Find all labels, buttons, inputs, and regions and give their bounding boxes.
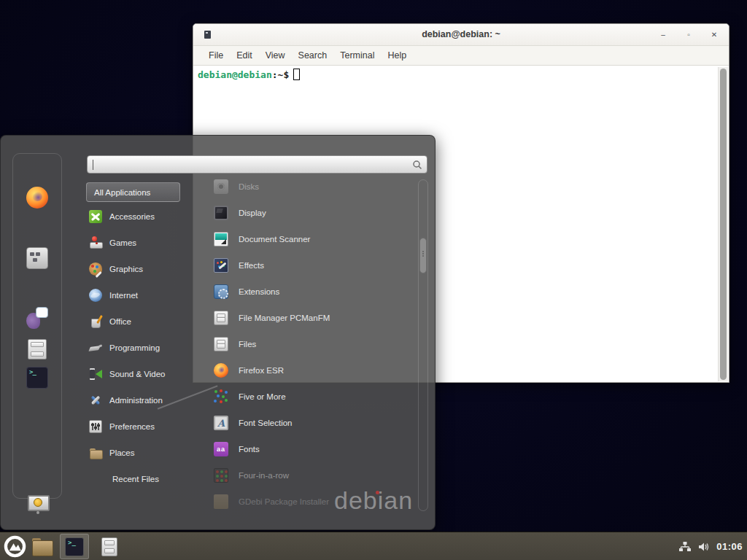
- app-item-disks[interactable]: Disks: [208, 174, 418, 200]
- accessories-icon: [89, 210, 102, 223]
- app-item-label: Four-in-a-row: [239, 471, 289, 480]
- volume-icon[interactable]: [697, 541, 711, 553]
- file-cabinet-taskbar-button[interactable]: [97, 532, 122, 560]
- extensions-icon: [214, 284, 228, 299]
- software-favorite-icon[interactable]: [26, 247, 48, 269]
- category-preferences[interactable]: Preferences: [86, 413, 203, 440]
- menu-scrollbar[interactable]: [418, 179, 428, 511]
- prompt-path: :~$: [272, 69, 289, 80]
- system-tray: 01:06: [678, 532, 747, 560]
- network-icon[interactable]: [678, 541, 692, 553]
- terminal-cursor: [293, 69, 300, 80]
- app-item-label: File Manager PCManFM: [239, 314, 330, 322]
- terminal-scrollbar[interactable]: [718, 67, 728, 381]
- app-item-label: GDebi Package Installer: [239, 497, 329, 506]
- firefox-favorite-icon[interactable]: [26, 187, 48, 209]
- menu-scrollbar-thumb[interactable]: [419, 238, 427, 273]
- menu-terminal[interactable]: Terminal: [333, 47, 381, 63]
- menu-help[interactable]: Help: [381, 47, 413, 63]
- category-label: Programming: [109, 343, 160, 352]
- category-list: Accessories Games Graphics Internet Offi…: [86, 203, 203, 492]
- file-cabinet-icon: [101, 537, 117, 556]
- places-folder-icon: [89, 446, 102, 459]
- file-manager-favorite-icon[interactable]: [28, 339, 47, 359]
- app-item-extensions[interactable]: Extensions: [208, 279, 418, 305]
- search-input[interactable]: [88, 156, 427, 173]
- app-item-label: Disks: [239, 182, 259, 191]
- app-item-five-or-more[interactable]: Five or More: [208, 384, 418, 410]
- app-item-four-in-a-row[interactable]: Four-in-a-row: [208, 462, 418, 489]
- graphics-icon: [89, 262, 102, 276]
- category-recent-files[interactable]: Recent Files: [86, 466, 203, 492]
- category-internet[interactable]: Internet: [86, 282, 203, 308]
- app-item-label: Fonts: [239, 445, 260, 454]
- app-item-file-manager-pcmanfm[interactable]: File Manager PCManFM: [208, 305, 418, 331]
- office-icon: [89, 315, 102, 328]
- category-games[interactable]: Games: [86, 230, 203, 256]
- sound-video-icon: [89, 368, 102, 381]
- shell-prompt: debian@debian:~$: [198, 69, 300, 80]
- category-label: Office: [109, 317, 131, 326]
- fonts-icon: aa: [214, 442, 228, 456]
- terminal-titlebar[interactable]: debian@debian: ~ – ▫ ✕: [193, 24, 729, 46]
- pidgin-favorite-icon[interactable]: [26, 307, 48, 329]
- close-button[interactable]: ✕: [710, 31, 719, 39]
- maximize-button[interactable]: ▫: [684, 31, 693, 39]
- terminal-taskbar-button[interactable]: [60, 534, 89, 559]
- category-sound-video[interactable]: Sound & Video: [86, 361, 203, 387]
- terminal-favorite-icon[interactable]: [26, 367, 48, 389]
- category-accessories[interactable]: Accessories: [86, 203, 203, 230]
- category-programming[interactable]: Programming: [86, 335, 203, 361]
- games-icon: [89, 236, 102, 249]
- file-manager-taskbar-button[interactable]: [29, 532, 55, 560]
- document-scanner-icon: [214, 232, 228, 246]
- four-in-a-row-icon: [214, 468, 228, 483]
- app-item-files[interactable]: Files: [208, 331, 418, 357]
- lock-screen-icon[interactable]: [26, 494, 48, 516]
- app-item-fonts[interactable]: aa Fonts: [208, 436, 418, 462]
- start-menu-button[interactable]: [1, 532, 28, 560]
- application-menu: debian All Applications: [0, 135, 436, 530]
- display-icon: [214, 206, 228, 220]
- app-item-gdebi[interactable]: GDebi Package Installer: [208, 489, 418, 515]
- all-applications-button[interactable]: All Applications: [86, 182, 180, 202]
- file-cabinet-icon: [214, 337, 228, 351]
- category-label: Sound & Video: [109, 370, 166, 378]
- all-applications-label: All Applications: [94, 188, 150, 197]
- category-label: Preferences: [109, 422, 155, 431]
- menu-search[interactable]: Search: [292, 47, 334, 63]
- prompt-user-host: debian@debian: [198, 69, 272, 80]
- app-item-document-scanner[interactable]: Document Scanner: [208, 226, 418, 252]
- disks-icon: [214, 179, 228, 194]
- app-item-label: Firefox ESR: [239, 366, 284, 375]
- category-places[interactable]: Places: [86, 440, 203, 466]
- firefox-icon: [214, 363, 228, 378]
- app-item-display[interactable]: Display: [208, 200, 418, 226]
- start-menu-icon: [4, 535, 26, 558]
- category-administration[interactable]: Administration: [86, 387, 203, 413]
- file-cabinet-icon: [214, 311, 228, 325]
- desktop: debian@debian: ~ – ▫ ✕ File Edit View Se…: [0, 0, 747, 560]
- menu-edit[interactable]: Edit: [230, 47, 259, 63]
- terminal-window-title: debian@debian: ~: [193, 29, 729, 39]
- category-label: Places: [109, 448, 135, 457]
- minimize-button[interactable]: –: [659, 31, 667, 39]
- five-or-more-icon: [214, 389, 228, 404]
- font-selection-icon: A: [214, 416, 228, 430]
- window-controls: – ▫ ✕: [659, 24, 719, 46]
- app-item-label: Document Scanner: [239, 235, 310, 244]
- folder-icon: [32, 538, 53, 556]
- app-item-effects[interactable]: Effects: [208, 252, 418, 279]
- taskbar: 01:06: [0, 532, 747, 560]
- clock[interactable]: 01:06: [716, 541, 743, 552]
- app-item-label: Five or More: [239, 392, 286, 401]
- app-item-firefox-esr[interactable]: Firefox ESR: [208, 357, 418, 384]
- programming-icon: [89, 341, 102, 354]
- app-item-font-selection[interactable]: A Font Selection: [208, 410, 418, 436]
- menu-file[interactable]: File: [202, 47, 230, 63]
- category-label: Graphics: [109, 265, 143, 273]
- category-office[interactable]: Office: [86, 308, 203, 335]
- terminal-scrollbar-thumb[interactable]: [720, 69, 727, 380]
- menu-view[interactable]: View: [259, 47, 292, 63]
- category-graphics[interactable]: Graphics: [86, 256, 203, 282]
